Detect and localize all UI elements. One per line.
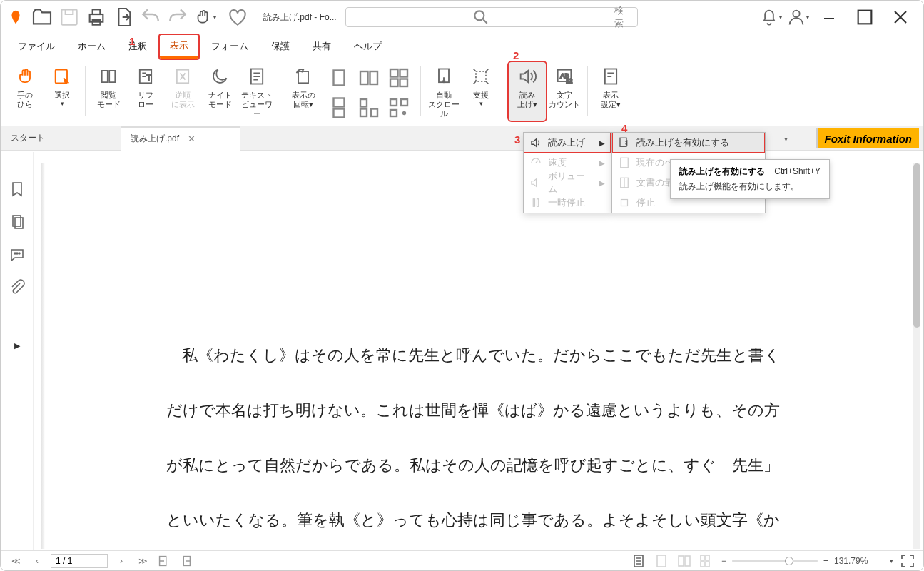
svg-rect-39 [533, 199, 534, 207]
reading-mode-button[interactable]: 閲覧モード [90, 62, 127, 121]
svg-text:T: T [146, 74, 151, 82]
next-page-button[interactable]: › [113, 553, 129, 569]
continuous-page-icon[interactable] [326, 95, 352, 121]
scrollbar-thumb[interactable] [913, 163, 920, 328]
book-icon [98, 66, 118, 86]
settings-page-icon [601, 66, 621, 86]
menu-protect[interactable]: 保護 [261, 36, 300, 57]
maximize-button[interactable] [849, 6, 880, 29]
char-count-button[interactable]: AB12 文字カウント [546, 62, 583, 121]
open-icon[interactable] [31, 6, 54, 29]
bookmark-icon[interactable] [9, 181, 26, 198]
pause-icon [529, 196, 542, 209]
assist-button[interactable]: 支援▾ [462, 62, 499, 121]
close-button[interactable] [885, 6, 916, 29]
prev-page-button[interactable]: ‹ [29, 553, 45, 569]
select-tool-button[interactable]: 選択▾ [44, 62, 81, 121]
tab-start[interactable]: スタート [1, 126, 121, 151]
menu-bar: ファイル ホーム 注釈 表示 フォーム 保護 共有 ヘルプ [1, 34, 923, 59]
pages-icon[interactable] [9, 213, 26, 231]
last-page-button[interactable]: ≫ [135, 553, 151, 569]
fit-page-button[interactable] [630, 552, 647, 570]
fit-width-button[interactable] [653, 552, 670, 570]
document-title: 読み上げ.pdf - Fo... [263, 11, 337, 24]
assist-icon [471, 66, 491, 86]
night-mode-button[interactable]: ナイトモード [201, 62, 238, 121]
hand-dropdown-icon[interactable]: ▾ [193, 6, 216, 29]
print-icon[interactable] [85, 6, 108, 29]
comments-icon[interactable] [9, 246, 26, 263]
save-icon[interactable] [58, 6, 81, 29]
zoom-slider[interactable] [732, 560, 818, 562]
nav-forward-button[interactable] [178, 553, 193, 569]
menu-share[interactable]: 共有 [303, 36, 341, 57]
read-aloud-menu: 読み上げ▶ 速度▶ ボリューム▶ 一時停止 [523, 132, 611, 213]
separate-cover-icon[interactable] [356, 95, 382, 121]
svg-rect-40 [537, 199, 539, 207]
hand-tool-button[interactable]: 手のひら [6, 62, 44, 121]
single-page-icon[interactable] [326, 65, 352, 91]
menu-file[interactable]: ファイル [8, 36, 65, 57]
redo-icon[interactable] [166, 6, 189, 29]
fit-visible-button[interactable] [676, 552, 693, 570]
svg-rect-12 [298, 71, 308, 83]
zoom-slider-knob[interactable] [785, 557, 793, 565]
search-placeholder: 検索 [614, 4, 631, 30]
page-number-input[interactable] [51, 554, 108, 568]
menu-item-readaloud[interactable]: 読み上げ▶ [524, 133, 611, 153]
menu-comment[interactable]: 注釈 [118, 36, 157, 57]
svg-text:12: 12 [566, 78, 573, 84]
tab-document[interactable]: 読み上げ.pdf ✕ [121, 126, 240, 151]
status-bar: ≪ ‹ › ≫ − + 131.79% ▾ [1, 550, 923, 570]
menu-view[interactable]: 表示 [160, 35, 198, 59]
menu-form[interactable]: フォーム [201, 36, 258, 57]
text-page-icon [247, 66, 267, 86]
search-input[interactable]: 検索 [345, 7, 638, 27]
read-aloud-button[interactable]: 読み上げ▾ [509, 62, 546, 121]
submenu-enable-readaloud[interactable]: 読み上げを有効にする [612, 133, 765, 153]
expand-sidebar-icon[interactable]: ▶ [14, 341, 20, 350]
attachments-icon[interactable] [9, 279, 26, 296]
view-settings-button[interactable]: 表示設定▾ [592, 62, 629, 121]
text-viewer-button[interactable]: テキストビューワー [238, 62, 275, 121]
undo-icon[interactable] [139, 6, 162, 29]
first-page-button[interactable]: ≪ [8, 553, 24, 569]
user-icon[interactable]: ▾ [786, 6, 809, 29]
nav-back-button[interactable] [156, 553, 172, 569]
pages-small-icon [618, 176, 631, 189]
svg-rect-24 [371, 109, 377, 117]
tab-menu-dropdown-icon[interactable]: ▾ [784, 135, 788, 143]
menu-home[interactable]: ホーム [68, 36, 116, 57]
fullscreen-button[interactable] [899, 552, 916, 570]
zoom-in-button[interactable]: + [823, 556, 828, 566]
svg-rect-23 [360, 109, 367, 117]
svg-rect-25 [390, 99, 397, 106]
svg-rect-6 [858, 11, 872, 24]
zoom-out-button[interactable]: − [721, 556, 726, 566]
close-tab-icon[interactable]: ✕ [188, 133, 196, 144]
svg-rect-54 [706, 562, 709, 567]
zoom-dropdown-icon[interactable]: ▾ [890, 557, 893, 565]
tooltip-title: 読み上げを有効にする [679, 166, 765, 176]
minimize-button[interactable]: — [813, 6, 845, 29]
zoom-value: 131.79% [834, 556, 884, 566]
autoscroll-button[interactable]: 自動スクロール [425, 62, 462, 121]
reflow-button[interactable]: T リフロー [127, 62, 164, 121]
svg-rect-2 [93, 9, 101, 14]
export-icon[interactable] [112, 6, 135, 29]
menu-help[interactable]: ヘルプ [344, 36, 392, 57]
page-icon [618, 156, 631, 169]
svg-rect-13 [334, 71, 345, 86]
foxit-info-banner[interactable]: Foxit Information [816, 128, 920, 148]
continuous-facing-icon[interactable] [386, 65, 412, 91]
reflow-icon: T [136, 66, 156, 86]
rotate-view-button[interactable]: 表示の回転▾ [285, 62, 322, 121]
facing-page-icon[interactable] [356, 65, 382, 91]
layout-dropdown-icon[interactable] [386, 95, 412, 121]
actual-size-button[interactable] [699, 552, 716, 570]
heart-dropdown-icon[interactable] [226, 6, 249, 29]
svg-rect-41 [620, 138, 626, 146]
bell-icon[interactable]: ▾ [759, 6, 782, 29]
svg-rect-44 [621, 200, 628, 206]
svg-rect-19 [400, 79, 408, 87]
